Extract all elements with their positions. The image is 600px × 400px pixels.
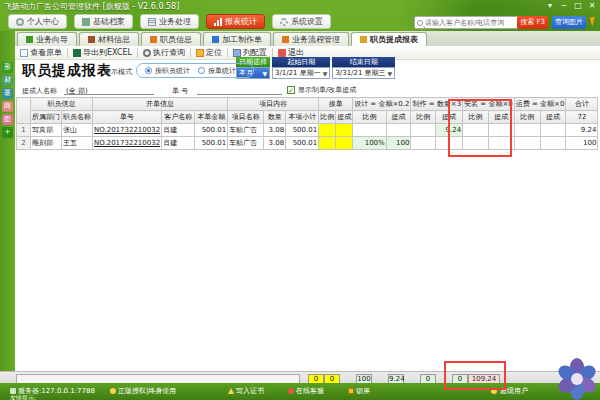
menu-item-2[interactable]: 基础档案 [74, 14, 133, 29]
header-sub-cell: 比例 [353, 111, 387, 124]
status-item-label: 服务器:127.0.0.1:7788 [18, 386, 95, 396]
locate-icon [196, 49, 204, 57]
item-subtotal-cell: 500.01 [286, 137, 319, 150]
menu-item-label: 报表统计 [225, 16, 257, 27]
tab-1[interactable]: 业务向导 [17, 32, 77, 46]
doc-icon [148, 18, 156, 26]
annotation-box-total-column [448, 99, 512, 157]
upload-icon [228, 388, 234, 394]
status-item-label: 锁屏 [356, 386, 370, 396]
person-filter-input[interactable]: (全 部) [64, 84, 154, 95]
order-filter-input[interactable] [197, 84, 282, 95]
commission-cell [540, 137, 566, 150]
date-end-header: 结束日期 [332, 57, 395, 67]
app-window: 飞扬动力广告公司管理软件 [旗舰版 - V2.6.0.58] ▾─□✕ 个人中心… [0, 0, 600, 400]
window-theme-icon[interactable]: ▾ [545, 1, 555, 10]
window-close-icon[interactable]: ✕ [587, 1, 597, 10]
commission-cell [411, 124, 436, 137]
tab-2[interactable]: 材料信息 [79, 32, 139, 46]
search-button[interactable]: 搜索 F3 [517, 16, 548, 29]
menu-item-5[interactable]: 系统设置 [272, 14, 331, 29]
commission-cell [514, 137, 540, 150]
commission-cell[interactable] [336, 137, 353, 150]
qty-cell: 3.08 [264, 124, 286, 137]
status-item-label: 正版授权|终身使用 [118, 386, 176, 396]
commission-cell[interactable] [336, 124, 353, 137]
menu-item-label: 系统设置 [291, 16, 323, 27]
left-quick-strip: 形材基商图+ [0, 31, 15, 383]
date-start-select[interactable]: 3/1/21 星期一▼ [272, 67, 330, 79]
toolbar-run-query-button[interactable]: 执行查询 [138, 47, 190, 58]
quick-icon-2[interactable]: 材 [2, 75, 13, 86]
window-minimize-icon[interactable]: ─ [559, 1, 569, 10]
window-maximize-icon[interactable]: □ [573, 1, 583, 10]
quick-icon-5[interactable]: 图 [2, 114, 13, 125]
quick-icon-4[interactable]: 商 [2, 101, 13, 112]
employee-cell: 张山 [62, 124, 93, 137]
menu-item-3[interactable]: 业务处理 [140, 14, 199, 29]
menu-item-4[interactable]: 报表统计 [206, 14, 265, 29]
tab-icon [26, 36, 33, 43]
header-sub-cell: 职员名称 [62, 111, 93, 124]
date-end-select[interactable]: 3/31/21 星期三▼ [332, 67, 395, 79]
menu-item-1[interactable]: 个人中心 [8, 14, 67, 29]
row-seq-cell: 1 [17, 124, 31, 137]
order-no-link[interactable]: NO.201732210032 [93, 124, 162, 137]
order-no-link[interactable]: NO.201732210032 [93, 137, 162, 150]
commission-cell[interactable] [319, 124, 336, 137]
title-bar: 飞扬动力广告公司管理软件 [旗舰版 - V2.6.0.58] ▾─□✕ [0, 0, 600, 13]
radio-icon [145, 67, 152, 74]
mode-radio-2[interactable]: 按单统计 [198, 66, 236, 76]
commission-cell[interactable] [319, 137, 336, 150]
menu-item-label: 个人中心 [27, 16, 59, 27]
service-icon [288, 388, 294, 394]
toolbar-view-order-button[interactable]: 查看原单 [15, 47, 67, 58]
status-item-3[interactable]: 写入证书 [228, 386, 264, 396]
grid-icon [82, 18, 90, 26]
display-mode-label: 显示模式 [104, 67, 132, 77]
radio-label: 按职员统计 [155, 66, 190, 76]
tab-4[interactable]: 加工制作单 [203, 32, 271, 46]
order-filter-label: 单 号 [172, 86, 188, 96]
quick-search [414, 16, 522, 29]
chevron-down-icon: ▼ [388, 68, 393, 79]
item-subtotal-cell: 500.01 [286, 124, 319, 137]
search-input[interactable] [425, 19, 517, 27]
mode-radio-1[interactable]: 按职员统计 [145, 66, 190, 76]
toolbar-button-label: 导出到EXCEL [83, 47, 132, 58]
header-sub-cell: 客户名称 [162, 111, 195, 124]
status-item-4[interactable]: 在线客服 [288, 386, 324, 396]
search-icon [417, 20, 423, 26]
order-amount-cell: 500.01 [195, 124, 228, 137]
tab-6[interactable]: 职员提成报表 [351, 32, 427, 46]
status-bar: 超级用户 友情提示: 服务器:127.0.0.1:7788正版授权|终身使用写入… [0, 383, 600, 400]
window-title: 飞扬动力广告公司管理软件 [旗舰版 - V2.6.0.58] [0, 1, 179, 12]
image-query-button[interactable]: 查询图片 [552, 16, 586, 29]
quick-icon-6[interactable]: + [2, 127, 13, 138]
toolbar-locate-button[interactable]: 定位 [191, 47, 227, 58]
toolbar-button-label: 查看原单 [30, 47, 62, 58]
user-icon [16, 18, 24, 26]
header-sub-cell: 本单金额 [195, 111, 228, 124]
status-item-label: 写入证书 [236, 386, 264, 396]
commission-cell: 100 [386, 137, 411, 150]
status-item-1: 服务器:127.0.0.1:7788 [10, 386, 95, 396]
tab-3[interactable]: 职员信息 [141, 32, 201, 46]
show-make-commission-checkbox[interactable]: ✓ 显示制单/改单提成 [287, 85, 356, 95]
toolbar-export-excel-button[interactable]: 导出到EXCEL [68, 47, 137, 58]
status-item-5[interactable]: 锁屏 [348, 386, 370, 396]
commission-cell: 100% [353, 137, 387, 150]
tab-label: 业务向导 [36, 34, 68, 45]
quick-icon-3[interactable]: 基 [2, 88, 13, 99]
person-filter-label: 提成人名称 [22, 86, 57, 96]
annotation-box-grand-total [444, 361, 506, 390]
quick-icon-1[interactable]: 形 [2, 62, 13, 73]
header-sub-cell: 项目名称 [228, 111, 264, 124]
flower-logo [556, 358, 598, 400]
date-filter-panel: 日期选择 本月▼ 起始日期 3/1/21 星期一▼ 结束日期 3/31/21 星… [236, 57, 397, 79]
menu-item-label: 业务处理 [159, 16, 191, 27]
window-controls: ▾─□✕ [545, 1, 597, 10]
page-title: 职员提成报表 [22, 62, 112, 80]
tab-5[interactable]: 业务流程管理 [273, 32, 349, 46]
exit-icon [278, 49, 286, 57]
